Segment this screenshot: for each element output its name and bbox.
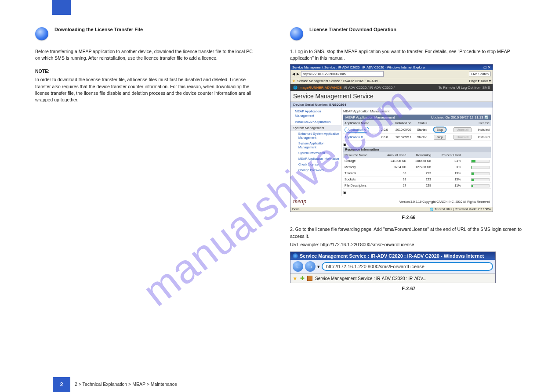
- res-used: 33: [378, 170, 408, 176]
- figure-label-1: F-2-66: [402, 215, 416, 220]
- app-link-b[interactable]: Application B: [345, 135, 363, 139]
- sms-tab[interactable]: Service Management Service : iR-ADV C202…: [297, 79, 382, 83]
- res-remain: 223: [407, 176, 432, 183]
- sidebar-item-meapinfo[interactable]: MEAP Application Information: [290, 156, 341, 162]
- nav-back-button[interactable]: ←: [293, 261, 303, 272]
- nav-back-icon[interactable]: ◀: [292, 72, 295, 76]
- app-license: Installed: [473, 126, 491, 134]
- ie-icon: [293, 253, 298, 259]
- app-link-a[interactable]: Application A: [345, 127, 369, 133]
- res-pct: 23%: [432, 158, 462, 164]
- page-cube-icon: [307, 276, 312, 281]
- table-row: Sockets3322313%: [343, 176, 491, 183]
- col-remain: Remaining: [407, 152, 432, 158]
- sms-sidebar: MEAP Application Management Install MEAP…: [290, 108, 341, 196]
- section-title-download: Downloading the License Transfer File: [54, 26, 255, 33]
- app-ver: 2.0.0: [377, 126, 389, 134]
- sms-window-title: Service Management Service : iR-ADV C202…: [292, 65, 425, 69]
- res-used: 241908 KB: [378, 158, 408, 164]
- res-pct: 11%: [432, 183, 462, 189]
- sms-page-header: Service Management Service: [290, 91, 493, 102]
- sidebar-item-install[interactable]: Install MEAP Application: [290, 119, 341, 125]
- res-pct: 13%: [432, 170, 462, 176]
- sms-copyright: Version 3.0.2.19 Copyright CANON INC. 20…: [399, 200, 490, 203]
- res-pct: 3%: [432, 164, 462, 170]
- app-table: Application Name Installed on Status Lic…: [343, 120, 491, 141]
- res-used: 3784 KB: [378, 164, 408, 170]
- status-zone: 🌐 Trusted sites | Protected Mode: Off 10…: [430, 208, 491, 211]
- col-installed-on: Installed on: [389, 120, 413, 126]
- res-used: 33: [378, 176, 408, 183]
- footer-breadcrumb: 2 > Technical Explanation > MEAP > Maint…: [75, 381, 177, 387]
- sidebar-item-changepw[interactable]: Change Password: [290, 167, 341, 173]
- res-name: Memory: [343, 164, 378, 170]
- app-installed: 2010 05/26: [389, 126, 413, 134]
- browser-window-title: Service Management Service : iR-ADV C202…: [300, 253, 484, 259]
- sms-address-bar[interactable]: http://172.16.1.220:8000/sms/: [301, 71, 384, 77]
- table-row: Threads3322313%: [343, 170, 491, 176]
- sms-breadcrumb: MEAP Application Management: [343, 109, 491, 113]
- table-row: Application B 2.0.0 2010 05/11 Started S…: [343, 134, 491, 141]
- res-used: 27: [378, 183, 408, 189]
- sms-updated-on: Updated On 2010 09/27 12:11:13 🔄: [431, 115, 489, 119]
- res-remain: 223: [407, 170, 432, 176]
- ie-toolbar-links[interactable]: Page ▾ Tools ▾: [469, 79, 491, 83]
- add-favorite-icon[interactable]: ✚: [300, 275, 305, 281]
- app-license: Installed: [473, 134, 491, 141]
- figure-label-2: F-2-67: [402, 286, 416, 291]
- status-done: Done: [292, 208, 300, 211]
- sidebar-item-sysapp[interactable]: System Application Management: [290, 140, 341, 150]
- app-ver: 2.0.0: [377, 134, 389, 141]
- meap-logo: meap: [293, 198, 306, 205]
- note-heading: NOTE:: [35, 68, 255, 74]
- col-license: License: [473, 120, 491, 126]
- uninstall-button: Uninstall: [453, 127, 472, 132]
- app-status: Started: [413, 126, 428, 134]
- favorites-star-icon[interactable]: ★: [292, 79, 295, 83]
- resource-info-heading: Resource Information: [343, 147, 491, 152]
- right-step-2: 2. Go to the license file forwarding pag…: [290, 226, 527, 239]
- browser-tab-label[interactable]: Service Management Service : iR-ADV C202…: [315, 276, 427, 281]
- res-pct: 13%: [432, 176, 462, 183]
- bullet-icon: [35, 27, 48, 40]
- dropdown-icon[interactable]: ▾: [317, 264, 320, 269]
- search-box[interactable]: Live Search: [469, 72, 491, 76]
- sms-window-titlebar: Service Management Service : iR-ADV C202…: [290, 65, 493, 70]
- table-row: File Descriptors2722911%: [343, 183, 491, 189]
- res-name: Threads: [343, 170, 378, 176]
- sidebar-item-sysinfo[interactable]: System Information: [290, 150, 341, 156]
- res-name: Sockets: [343, 176, 378, 183]
- remote-ui-links[interactable]: To Remote UI Log Out from SMS: [439, 86, 490, 90]
- stop-button[interactable]: Stop: [434, 127, 446, 132]
- sms-panel-title: MEAP Application Management: [345, 115, 395, 119]
- table-row: Memory3784 KB127288 KB3%: [343, 164, 491, 170]
- sidebar-heading-sysmgmt: System Management: [290, 125, 341, 131]
- page-number-badge: 2: [53, 377, 70, 392]
- res-name: File Descriptors: [343, 183, 378, 189]
- serial-label: Device Serial Number:: [293, 103, 328, 107]
- section-title-operation: License Transfer Download Operation: [309, 26, 527, 33]
- resource-table: Resource Name Amount Used Remaining Perc…: [343, 152, 491, 189]
- stop-button[interactable]: Stop: [434, 135, 446, 140]
- table-row: Application A 2.0.0 2010 05/26 Started S…: [343, 126, 491, 134]
- nav-forward-icon[interactable]: ▶: [297, 72, 299, 76]
- sms-screenshot: Service Management Service : iR-ADV C202…: [290, 64, 493, 212]
- brand-label: imageRUNNER ADVANCE: [298, 86, 341, 90]
- sidebar-item-checklicense[interactable]: Check License: [290, 162, 341, 167]
- col-resource: Resource Name: [343, 152, 378, 158]
- res-remain: 806668 KB: [407, 158, 432, 164]
- sidebar-item-enhanced[interactable]: Enhanced System Application Management: [290, 131, 341, 140]
- app-status: Started: [413, 134, 428, 141]
- right-step-1: 1. Log in to SMS, stop the MEAP applicat…: [290, 48, 527, 61]
- col-used: Amount Used: [378, 152, 408, 158]
- address-bar[interactable]: http://172.16.1.220:8000/sms/ForwardLice…: [322, 262, 493, 271]
- favorites-star-icon[interactable]: ★: [293, 275, 297, 281]
- nav-forward-button[interactable]: →: [305, 261, 316, 272]
- sidebar-item-meap-mgmt[interactable]: MEAP Application Management: [290, 108, 341, 119]
- left-note-body: In order to download the license transfe…: [35, 76, 255, 103]
- col-app-name: Application Name: [343, 120, 377, 126]
- col-status: Status: [413, 120, 428, 126]
- window-controls[interactable]: ▢ ✕: [483, 65, 491, 69]
- device-label: iR-ADV C2020 / iR-ADV C2020 /: [344, 86, 395, 90]
- app-installed: 2010 05/11: [389, 134, 413, 141]
